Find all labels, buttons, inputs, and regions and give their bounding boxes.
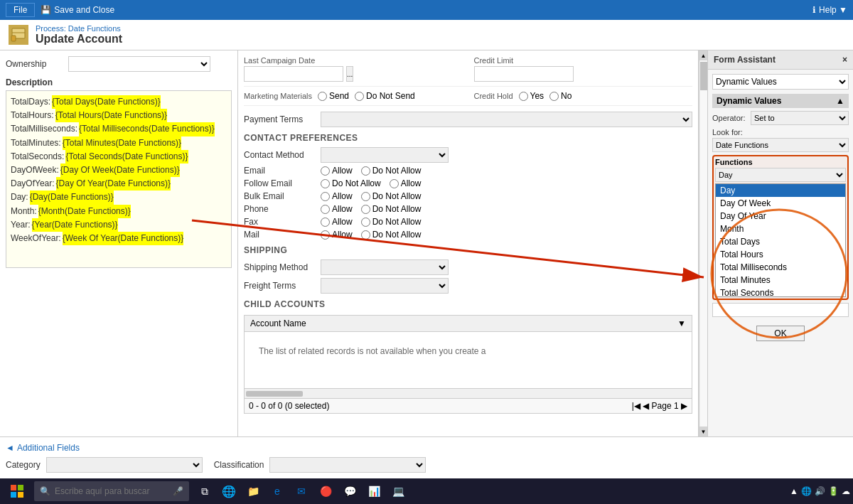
additional-fields-section: ◄ Additional Fields Category Classificat… xyxy=(0,436,853,478)
fa-operator-select[interactable]: Set to xyxy=(751,111,849,125)
taskbar-search-box[interactable]: 🔍 🎤 xyxy=(34,481,189,501)
contact-method-row: Contact Method xyxy=(244,147,692,163)
fa-list-item[interactable]: Month xyxy=(716,222,845,235)
marketing-materials-label: Marketing Materials xyxy=(244,92,312,100)
classification-select[interactable] xyxy=(269,457,426,473)
edge-icon[interactable]: 🌐 xyxy=(219,481,239,501)
sys-network-icon[interactable]: 🌐 xyxy=(801,486,812,496)
form-assistant-close[interactable]: × xyxy=(842,55,847,65)
contact-row: Bulk Email Allow Do Not Allow xyxy=(244,191,692,201)
additional-fields-label: Additional Fields xyxy=(17,443,80,453)
fa-section-label: Dynamic Values xyxy=(717,96,781,106)
fa-section-header: Dynamic Values ▲ xyxy=(712,94,849,108)
freight-terms-row: Freight Terms xyxy=(244,278,692,294)
fa-list-item[interactable]: Total Days xyxy=(716,235,845,248)
description-line: Year: {Year(Date Functions)} xyxy=(11,218,227,232)
payment-terms-select[interactable] xyxy=(321,112,692,127)
sys-tray-expand[interactable]: ▲ xyxy=(790,486,798,496)
additional-fields-arrow: ◄ xyxy=(6,443,14,453)
sys-volume-icon[interactable]: 🔊 xyxy=(815,486,825,496)
description-line: TotalSeconds: {Total Seconds(Date Functi… xyxy=(11,150,227,163)
fa-list-item[interactable]: Day xyxy=(716,184,845,197)
freight-terms-label: Freight Terms xyxy=(244,281,315,291)
sys-battery-icon[interactable]: 🔋 xyxy=(828,486,839,496)
ok-button[interactable]: OK xyxy=(756,326,804,341)
fa-day-select[interactable]: Day xyxy=(715,168,846,182)
file-button[interactable]: File xyxy=(6,3,35,17)
fa-list-item[interactable]: Day Of Year xyxy=(716,210,845,222)
center-right: Last Campaign Date ... Credit Limit Mark… xyxy=(238,50,853,436)
shipping-method-select[interactable] xyxy=(321,259,449,275)
fa-list-item[interactable]: Total Milliseconds xyxy=(716,261,845,274)
fa-look-for-select[interactable]: Date Functions xyxy=(712,138,849,152)
scroll-up[interactable]: ▲ xyxy=(699,50,708,60)
task-view-icon[interactable]: ⧉ xyxy=(195,481,215,501)
credit-limit-input[interactable] xyxy=(474,66,574,82)
marketing-send-option[interactable]: Send xyxy=(318,91,349,101)
save-close-button[interactable]: 💾 Save and Close xyxy=(41,5,114,15)
fa-list-item[interactable]: Day Of Week xyxy=(716,197,845,210)
save-icon: 💾 xyxy=(41,5,51,15)
vs-icon[interactable]: 💻 xyxy=(388,481,408,501)
filter-icon[interactable]: ▼ xyxy=(677,318,686,328)
additional-fields-toggle[interactable]: ◄ Additional Fields xyxy=(6,443,847,453)
child-accounts-section: Account Name ▼ The list of related recor… xyxy=(244,315,692,414)
classification-label: Classification xyxy=(214,460,264,470)
outlook-icon[interactable]: ✉ xyxy=(291,481,311,501)
page-header-text: Process: Date Functions Update Account xyxy=(36,24,122,45)
scroll-down[interactable]: ▼ xyxy=(699,427,708,436)
fa-list-item[interactable]: Total Minutes xyxy=(716,274,845,286)
credit-hold-yes[interactable]: Yes xyxy=(519,91,544,101)
contact-row: Follow Email Do Not Allow Allow xyxy=(244,178,692,188)
start-button[interactable] xyxy=(3,478,31,504)
form-assistant-title: Form Assistant xyxy=(714,55,776,65)
shipping-method-row: Shipping Method xyxy=(244,259,692,275)
svg-rect-5 xyxy=(18,492,23,498)
mic-icon[interactable]: 🎤 xyxy=(173,486,183,496)
scroll-thumb[interactable] xyxy=(700,62,707,90)
fa-section-collapse[interactable]: ▲ xyxy=(836,96,844,106)
credit-hold-no[interactable]: No xyxy=(549,91,572,101)
taskbar-search-input[interactable] xyxy=(55,486,168,496)
main-scrollbar[interactable]: ▲ ▼ xyxy=(699,50,707,436)
taskbar: 🔍 🎤 ⧉ 🌐 📁 e ✉ 🔴 💬 📊 💻 ▲ 🌐 🔊 🔋 ☁ xyxy=(0,478,853,504)
description-line: TotalHours: {Total Hours(Date Functions)… xyxy=(11,109,227,122)
category-select[interactable] xyxy=(46,457,203,473)
description-content[interactable]: TotalDays: {Total Days(Date Functions)}T… xyxy=(6,90,232,268)
child-accounts-header: Account Name ▼ xyxy=(244,315,692,332)
fa-text-input[interactable] xyxy=(712,303,849,317)
fa-look-for-label: Look for: xyxy=(712,128,849,136)
description-line: DayOfWeek: {Day Of Week(Date Functions)} xyxy=(11,163,227,177)
fa-list-item[interactable]: Total Hours xyxy=(716,248,845,261)
fa-functions-list[interactable]: DayDay Of WeekDay Of YearMonthTotal Days… xyxy=(715,183,846,297)
freight-terms-select[interactable] xyxy=(321,278,449,294)
contact-row: Mail Allow Do Not Allow xyxy=(244,230,692,240)
ownership-select[interactable] xyxy=(68,56,210,72)
page-header: Process: Date Functions Update Account xyxy=(0,20,853,50)
ie-icon[interactable]: e xyxy=(267,481,287,501)
fa-list-item[interactable]: Total Seconds xyxy=(716,286,845,297)
credit-limit-label: Credit Limit xyxy=(474,56,693,65)
marketing-donotsend-option[interactable]: Do Not Send xyxy=(355,91,415,101)
skype-icon[interactable]: 💬 xyxy=(340,481,360,501)
description-line: TotalMinutes: {Total Minutes(Date Functi… xyxy=(11,136,227,150)
chrome-icon[interactable]: 🔴 xyxy=(316,481,336,501)
child-scrollbar[interactable] xyxy=(244,389,692,399)
pagination-nav[interactable]: |◀ ◀ Page 1 ▶ xyxy=(632,401,687,411)
main-area: Ownership Description TotalDays: {Total … xyxy=(0,50,853,436)
last-campaign-date-label: Last Campaign Date xyxy=(244,56,463,65)
description-line: WeekOfYear: {Week Of Year(Date Functions… xyxy=(11,232,227,245)
chart-icon[interactable]: 📊 xyxy=(364,481,384,501)
last-campaign-date-picker[interactable]: ... xyxy=(346,66,353,82)
last-campaign-date-input[interactable] xyxy=(244,66,343,82)
help-button[interactable]: ℹ Help ▼ xyxy=(812,5,847,15)
pagination-info: 0 - 0 of 0 (0 selected) xyxy=(249,401,329,411)
contact-method-select[interactable] xyxy=(321,147,449,163)
fa-top-dropdown[interactable]: Dynamic Values xyxy=(712,74,849,90)
help-icon: ℹ xyxy=(812,5,816,15)
scroll-track xyxy=(700,60,707,427)
fa-operator-row: Operator: Set to xyxy=(712,111,849,125)
sys-onedrive-icon[interactable]: ☁ xyxy=(842,486,850,496)
contact-method-label: Contact Method xyxy=(244,150,315,160)
explorer-icon[interactable]: 📁 xyxy=(243,481,263,501)
